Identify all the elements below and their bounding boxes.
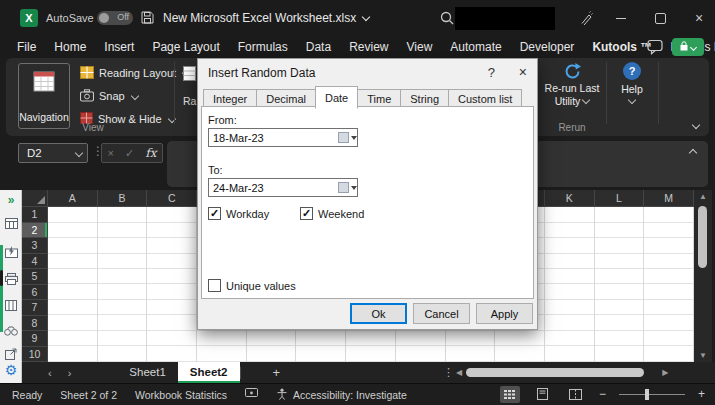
tab-divider — [240, 367, 241, 379]
column-header-b[interactable]: B — [98, 190, 148, 206]
navigation-button[interactable]: Navigation — [18, 63, 70, 129]
add-sheet-button[interactable]: + — [263, 365, 291, 380]
printer-icon[interactable] — [0, 273, 22, 287]
vertical-scroll-thumb[interactable] — [698, 206, 707, 268]
close-button[interactable]: × — [688, 0, 710, 36]
unique-values-checkbox[interactable]: Unique values — [208, 279, 296, 292]
rerun-last-utility-button[interactable]: Re-run Last Utility — [542, 62, 602, 108]
weekend-checkbox[interactable]: Weekend — [300, 207, 364, 220]
expand-pane-icon[interactable] — [0, 193, 22, 207]
row-header-4[interactable]: 4 — [22, 254, 48, 270]
next-sheet-icon[interactable]: › — [60, 367, 80, 379]
share-button[interactable] — [672, 38, 704, 56]
row-header-9[interactable]: 9 — [22, 331, 48, 347]
autosave-label: AutoSave — [46, 0, 94, 36]
sheet-tab-sheet1[interactable]: Sheet1 — [117, 362, 177, 383]
menu-view[interactable]: View — [398, 40, 442, 54]
vertical-scrollbar[interactable]: ▲ ▼ — [694, 190, 712, 362]
help-question-icon — [623, 62, 641, 80]
excel-window: AutoSave Off New Microsoft Excel Workshe… — [0, 0, 715, 405]
row-header-8[interactable]: 8 — [22, 316, 48, 332]
search-icon[interactable] — [440, 11, 454, 27]
scroll-up-icon[interactable]: ▲ — [694, 192, 712, 201]
column-list-icon[interactable] — [0, 300, 22, 313]
prev-sheet-icon[interactable]: ‹ — [40, 367, 60, 379]
row-header-7[interactable]: 7 — [22, 300, 48, 316]
zoom-slider[interactable] — [619, 394, 685, 395]
apply-button[interactable]: Apply — [476, 303, 533, 324]
worksheet-manager-icon[interactable] — [0, 218, 22, 231]
menu-developer[interactable]: Developer — [511, 40, 584, 54]
zoom-in-button[interactable]: + — [698, 387, 705, 401]
name-box[interactable]: D2 — [18, 143, 88, 163]
menu-data[interactable]: Data — [297, 40, 340, 54]
page-break-preview-icon[interactable] — [566, 386, 586, 403]
settings-gear-icon[interactable] — [0, 362, 22, 378]
select-all-corner[interactable] — [22, 190, 48, 207]
sheet-tabs: Sheet1Sheet2 — [117, 362, 239, 383]
save-icon[interactable] — [141, 11, 154, 26]
workday-checkbox[interactable]: Workday — [208, 207, 269, 220]
insert-random-data-dialog: Insert Random Data ? × IntegerDecimalDat… — [197, 58, 538, 330]
from-date-picker-icon[interactable] — [336, 130, 358, 145]
cancel-icon[interactable]: × — [108, 147, 114, 159]
enter-check-icon[interactable]: ✓ — [125, 147, 134, 160]
scroll-right-icon[interactable]: ▶ — [658, 368, 672, 377]
workbook-statistics-button[interactable]: Workbook Statistics — [135, 389, 227, 401]
find-binoculars-icon[interactable] — [0, 326, 22, 338]
row-header-1[interactable]: 1 — [22, 207, 48, 223]
ink-pen-icon[interactable] — [579, 11, 593, 27]
comments-icon[interactable] — [647, 39, 664, 57]
row-header-5[interactable]: 5 — [22, 269, 48, 285]
checkbox-icon[interactable] — [208, 279, 221, 292]
zoom-slider-thumb[interactable] — [645, 389, 649, 400]
menu-insert[interactable]: Insert — [95, 40, 143, 54]
to-date-picker-icon[interactable] — [336, 180, 358, 195]
dialog-close-icon[interactable]: × — [519, 64, 527, 80]
column-header-m[interactable]: M — [644, 190, 694, 206]
minimize-button[interactable] — [610, 0, 632, 36]
ok-button[interactable]: Ok — [350, 303, 407, 324]
scroll-down-icon[interactable]: ▼ — [694, 351, 712, 360]
row-header-6[interactable]: 6 — [22, 285, 48, 301]
sheet-tab-sheet2[interactable]: Sheet2 — [178, 362, 240, 383]
menu-page-layout[interactable]: Page Layout — [143, 40, 228, 54]
checkbox-icon[interactable] — [300, 207, 313, 220]
accessibility-status-button[interactable]: Accessibility: Investigate — [276, 388, 407, 402]
dialog-title: Insert Random Data — [208, 66, 315, 80]
column-header-c[interactable]: C — [147, 190, 197, 206]
horizontal-scroll-thumb[interactable] — [466, 368, 644, 377]
dialog-tab-date[interactable]: Date — [315, 86, 358, 109]
open-external-icon[interactable] — [0, 348, 22, 362]
normal-view-icon[interactable] — [500, 386, 520, 403]
scroll-left-icon[interactable]: ◀ — [452, 368, 466, 377]
cancel-button[interactable]: Cancel — [413, 303, 470, 324]
dialog-help-icon[interactable]: ? — [488, 65, 495, 80]
column-header-l[interactable]: L — [595, 190, 645, 206]
collapse-formula-bar-icon[interactable] — [689, 149, 697, 157]
help-button[interactable]: Help — [610, 62, 654, 107]
row-header-10[interactable]: 10 — [22, 347, 48, 363]
menu-home[interactable]: Home — [45, 40, 95, 54]
menu-formulas[interactable]: Formulas — [229, 40, 297, 54]
menu-file[interactable]: File — [8, 40, 45, 54]
maximize-button[interactable] — [649, 0, 671, 36]
insert-function-icon[interactable]: fx — [145, 146, 156, 160]
column-header-a[interactable]: A — [48, 190, 98, 206]
record-macro-icon[interactable] — [245, 388, 258, 401]
reading-layout-button[interactable]: Reading Layout — [80, 65, 189, 81]
collapse-ribbon-chevron-icon[interactable] — [692, 121, 700, 129]
column-header-k[interactable]: K — [545, 190, 595, 206]
menu-automate[interactable]: Automate — [441, 40, 510, 54]
row-header-2[interactable]: 2 — [22, 223, 48, 239]
document-title[interactable]: New Microsoft Excel Worksheet.xlsx — [163, 0, 369, 36]
checkbox-icon[interactable] — [208, 207, 221, 220]
zoom-out-button[interactable]: − — [599, 387, 606, 401]
pane-flash-icon[interactable] — [0, 246, 22, 260]
menu-review[interactable]: Review — [340, 40, 397, 54]
row-header-3[interactable]: 3 — [22, 238, 48, 254]
horizontal-scrollbar[interactable]: ◀ ▶ — [452, 365, 715, 380]
autosave-toggle[interactable]: Off — [97, 11, 133, 25]
snap-button[interactable]: Snap — [80, 88, 138, 104]
page-layout-view-icon[interactable] — [533, 386, 553, 403]
